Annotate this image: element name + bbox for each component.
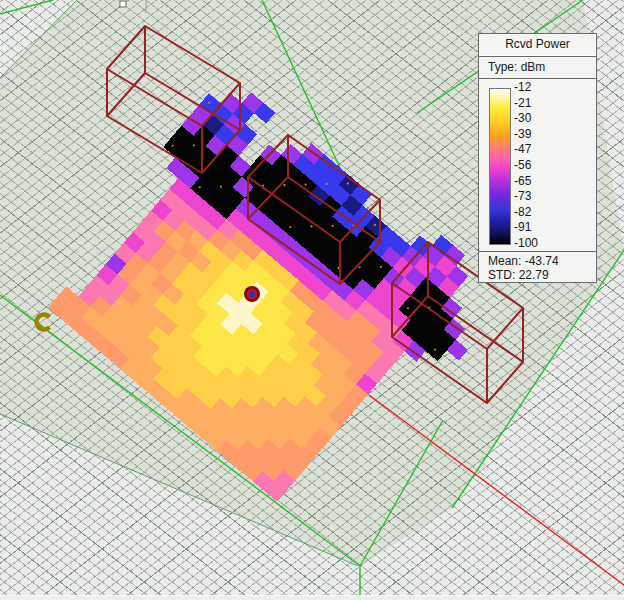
legend-stats: Mean: -43.74 STD: 22.79 [479,251,596,283]
tx-marker[interactable] [244,286,260,302]
legend-colorbar-section: -12-21-30-39-47-56-65-73-82-91-100 [479,79,596,251]
viewport-3d[interactable]: Rcvd Power Type: dBm -12-21-30-39-47-56-… [0,0,624,600]
colorbar-tick-labels: -12-21-30-39-47-56-65-73-82-91-100 [514,81,538,250]
std-value: STD: 22.79 [488,268,596,282]
legend-type-label: Type: dBm [479,57,596,79]
colorbar [489,88,511,245]
legend-title: Rcvd Power [479,34,596,57]
window-bottom-edge [0,595,624,600]
mean-value: Mean: -43.74 [488,254,596,268]
legend-panel[interactable]: Rcvd Power Type: dBm -12-21-30-39-47-56-… [478,33,597,283]
